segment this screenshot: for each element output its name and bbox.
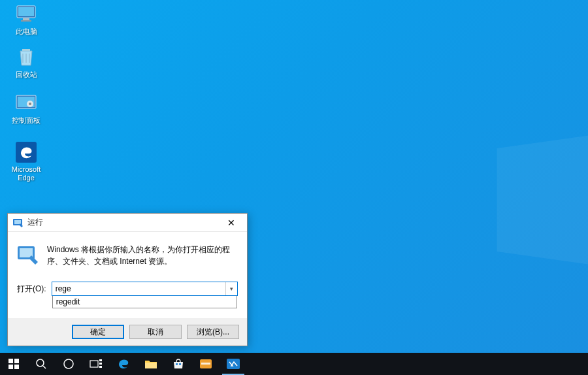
run-description: Windows 将根据你所输入的名称，为你打开相应的程序、文件夹、文档或 Int… bbox=[47, 244, 238, 267]
svg-line-19 bbox=[43, 366, 46, 368]
svg-rect-11 bbox=[14, 220, 21, 224]
svg-point-20 bbox=[64, 359, 73, 368]
taskbar-app-2[interactable] bbox=[220, 353, 247, 375]
run-dialog: 运行 ✕ Windows 将根据你所输入的名称，为你打开相应的程序、文件夹、文档… bbox=[7, 213, 248, 346]
desktop-icon-recycle-bin[interactable]: 回收站 bbox=[4, 46, 48, 79]
run-button-bar: 确定 取消 浏览(B)... bbox=[8, 318, 247, 346]
svg-rect-3 bbox=[21, 20, 31, 22]
store-icon bbox=[172, 358, 184, 370]
desktop-icon-control-panel[interactable]: 控制面板 bbox=[4, 91, 48, 125]
desktop-icon-label: 此电脑 bbox=[4, 27, 48, 36]
edge-icon bbox=[117, 357, 130, 370]
desktop-icon-label: 回收站 bbox=[4, 71, 48, 79]
wallpaper-windows-logo bbox=[425, 0, 588, 353]
taskbar-file-explorer[interactable] bbox=[137, 353, 165, 375]
svg-rect-16 bbox=[8, 365, 13, 369]
chevron-down-icon[interactable]: ▾ bbox=[225, 282, 237, 295]
run-input[interactable] bbox=[52, 282, 225, 295]
svg-point-8 bbox=[29, 103, 31, 105]
run-open-label: 打开(O): bbox=[17, 284, 46, 295]
desktop-icon-label: 控制面板 bbox=[4, 116, 48, 125]
close-button[interactable]: ✕ bbox=[217, 214, 246, 231]
svg-rect-29 bbox=[201, 363, 210, 365]
circle-icon bbox=[63, 358, 74, 370]
run-title-icon bbox=[13, 218, 24, 228]
svg-rect-4 bbox=[22, 49, 30, 51]
autocomplete-dropdown: regedit bbox=[52, 296, 237, 308]
svg-rect-17 bbox=[14, 365, 19, 369]
svg-rect-2 bbox=[23, 18, 29, 20]
run-titlebar[interactable]: 运行 ✕ bbox=[8, 214, 247, 232]
taskbar-app-1[interactable] bbox=[192, 353, 220, 375]
start-button[interactable] bbox=[0, 353, 27, 375]
task-view-button[interactable] bbox=[82, 353, 110, 375]
run-big-icon bbox=[17, 244, 39, 266]
svg-rect-24 bbox=[99, 366, 102, 368]
folder-icon bbox=[144, 359, 157, 369]
run-combobox[interactable]: ▾ regedit bbox=[52, 282, 238, 296]
desktop-icon-label: Microsoft Edge bbox=[4, 165, 48, 182]
desktop-icon-this-pc[interactable]: 此电脑 bbox=[4, 3, 48, 36]
svg-rect-22 bbox=[99, 359, 102, 361]
svg-rect-21 bbox=[90, 361, 98, 367]
app-icon bbox=[226, 358, 240, 370]
search-button[interactable] bbox=[27, 353, 55, 375]
svg-rect-23 bbox=[99, 363, 102, 365]
svg-rect-1 bbox=[18, 7, 34, 16]
windows-icon bbox=[8, 359, 19, 369]
cancel-button[interactable]: 取消 bbox=[129, 325, 182, 339]
cortana-button[interactable] bbox=[55, 353, 82, 375]
autocomplete-item[interactable]: regedit bbox=[53, 296, 237, 308]
run-title: 运行 bbox=[27, 217, 217, 228]
search-icon bbox=[35, 358, 47, 370]
control-panel-icon bbox=[14, 91, 38, 115]
taskbar-store[interactable] bbox=[165, 353, 192, 375]
recycle-bin-icon bbox=[14, 46, 38, 69]
svg-rect-25 bbox=[145, 363, 157, 368]
ok-button[interactable]: 确定 bbox=[72, 325, 124, 339]
svg-rect-26 bbox=[176, 363, 178, 365]
svg-rect-27 bbox=[179, 363, 181, 365]
taskbar bbox=[0, 353, 588, 375]
browse-button[interactable]: 浏览(B)... bbox=[187, 325, 239, 339]
taskbar-edge[interactable] bbox=[110, 353, 137, 375]
this-pc-icon bbox=[14, 3, 38, 26]
taskview-icon bbox=[90, 359, 103, 369]
svg-rect-15 bbox=[14, 359, 19, 363]
svg-rect-30 bbox=[227, 359, 240, 369]
svg-rect-14 bbox=[8, 359, 13, 363]
svg-point-18 bbox=[37, 359, 44, 367]
app-icon bbox=[199, 359, 212, 369]
close-icon: ✕ bbox=[227, 218, 235, 228]
svg-rect-13 bbox=[20, 248, 33, 257]
desktop-icon-microsoft-edge[interactable]: Microsoft Edge bbox=[4, 140, 48, 182]
microsoft-edge-icon bbox=[14, 140, 38, 164]
